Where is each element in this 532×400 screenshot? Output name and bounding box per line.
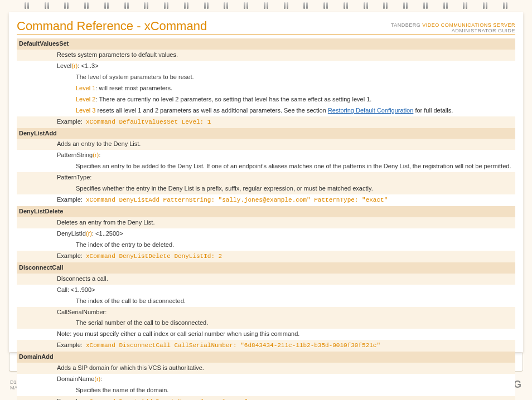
command-table: DefaultValuesSetResets system parameters… [17, 38, 515, 400]
page-content: Command Reference - xCommand TANDBERG VI… [9, 12, 523, 352]
spiral-binding [0, 0, 532, 12]
page-header: Command Reference - xCommand TANDBERG VI… [17, 19, 515, 35]
page-title: Command Reference - xCommand [17, 19, 207, 33]
header-right: TANDBERG VIDEO COMMUNICATIONS SERVER ADM… [391, 22, 515, 33]
